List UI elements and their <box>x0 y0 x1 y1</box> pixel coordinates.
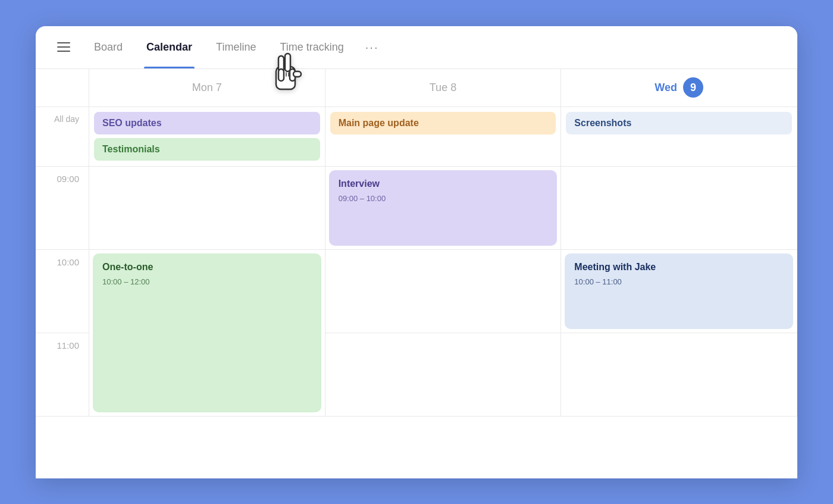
grid-cell-tue-11 <box>325 333 562 417</box>
event-main-page-update[interactable]: Main page update <box>330 112 556 134</box>
event-screenshots[interactable]: Screenshots <box>566 112 792 134</box>
day-header-wed: Wed 9 <box>561 69 797 107</box>
day-header-tue: Tue 8 <box>325 69 562 107</box>
allday-cell-mon: SEO updates Testimonials <box>89 107 325 167</box>
day-header-mon: Mon 7 <box>89 69 325 107</box>
tab-calendar[interactable]: Calendar <box>144 26 195 69</box>
time-label-10: 10:00 <box>36 250 89 333</box>
more-options-button[interactable]: ··· <box>365 40 379 54</box>
tab-board[interactable]: Board <box>92 26 125 69</box>
time-col-header <box>36 69 89 107</box>
time-label-09: 09:00 <box>36 167 89 250</box>
grid-cell-wed-11 <box>561 333 797 417</box>
allday-cell-tue: Main page update <box>325 107 562 167</box>
event-interview[interactable]: Interview 09:00 – 10:00 <box>329 170 558 246</box>
today-badge: 9 <box>683 77 703 98</box>
grid-cell-wed-09 <box>561 167 797 250</box>
nav-bar: Board Calendar Timeline Time tracking ··… <box>36 26 797 69</box>
time-label-11: 11:00 <box>36 333 89 417</box>
grid-cell-wed-10: Meeting with Jake 10:00 – 11:00 <box>561 250 797 333</box>
event-testimonials[interactable]: Testimonials <box>94 138 320 161</box>
tab-timeline[interactable]: Timeline <box>214 26 258 69</box>
grid-cell-mon-09 <box>89 167 325 250</box>
tab-time-tracking[interactable]: Time tracking <box>277 26 346 69</box>
hamburger-menu[interactable] <box>55 40 73 54</box>
grid-cell-tue-10 <box>325 250 562 333</box>
event-seo-updates[interactable]: SEO updates <box>94 112 320 134</box>
grid-cell-mon-10: One-to-one 10:00 – 12:00 <box>89 250 325 417</box>
calendar-grid: Mon 7 Tue 8 Wed 9 All day SEO updates Te… <box>36 69 797 417</box>
event-meeting-jake[interactable]: Meeting with Jake 10:00 – 11:00 <box>565 253 793 329</box>
main-window: Board Calendar Timeline Time tracking ··… <box>36 26 797 478</box>
allday-label: All day <box>36 107 89 167</box>
grid-cell-tue-09: Interview 09:00 – 10:00 <box>325 167 562 250</box>
event-one-to-one[interactable]: One-to-one 10:00 – 12:00 <box>93 253 321 412</box>
allday-cell-wed: Screenshots <box>561 107 797 167</box>
